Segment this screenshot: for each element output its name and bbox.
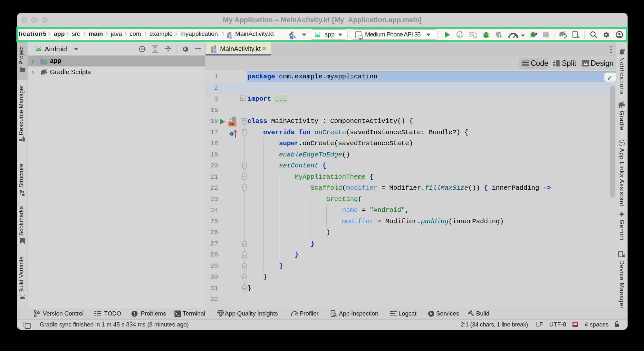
svg-text:<>: <> (229, 122, 234, 127)
svg-text:A: A (458, 34, 461, 38)
